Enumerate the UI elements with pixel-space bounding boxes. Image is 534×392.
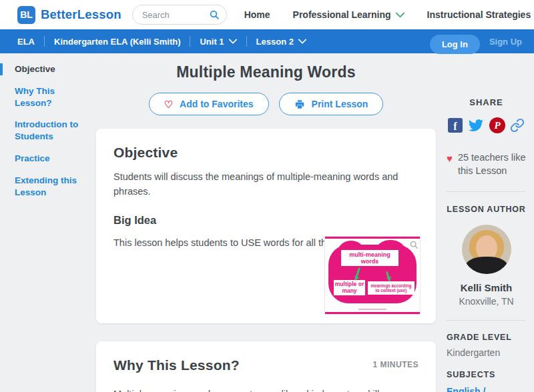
breadcrumb-course[interactable]: Kindergarten ELA (Kelli Smith) (54, 37, 180, 47)
breadcrumb-bar: ELA Kindergarten ELA (Kelli Smith) Unit … (0, 29, 534, 53)
breadcrumb-separator (246, 36, 247, 47)
breadcrumb-separator (44, 36, 45, 47)
chevron-down-icon (229, 39, 237, 44)
auth-buttons: Log In Sign Up (430, 29, 525, 54)
subject-link-ela[interactable]: English / Language Arts (447, 385, 526, 392)
lesson-image-wrap: multi-meaning words multiple or many mea… (325, 237, 420, 314)
subjects-heading: SUBJECTS (447, 370, 526, 379)
betterlesson-logo[interactable]: BL BetterLesson (17, 6, 121, 24)
nav-instructional-strategies[interactable]: Instructional Strategies (427, 9, 531, 20)
heart-icon: ♥ (447, 151, 453, 178)
grade-level-value: Kindergarten (447, 347, 526, 358)
why-heading: Why This Lesson? (113, 357, 240, 373)
author-name: Kelli Smith (447, 282, 526, 293)
share-heading: SHARE (447, 97, 526, 107)
zoom-magnifier-icon[interactable] (409, 240, 419, 249)
chevron-down-icon (298, 39, 306, 44)
lesson-meta-sidebar: SHARE f P ♥ 25 teachers like this Lesson… (439, 53, 534, 392)
nav-professional-learning[interactable]: Professional Learning (293, 9, 405, 20)
breadcrumb-lesson-label: Lesson 2 (256, 37, 294, 47)
poster-credit-text (358, 309, 386, 310)
author-location: Knoxville, TN (447, 296, 526, 307)
bl-logo-icon: BL (17, 6, 35, 24)
breadcrumb-ela[interactable]: ELA (17, 37, 35, 47)
logo-text: BetterLesson (41, 7, 121, 22)
breadcrumb-separator (190, 36, 190, 47)
add-to-favorites-label: Add to Favorites (180, 99, 253, 109)
search-box[interactable] (132, 5, 227, 25)
objective-heading: Objective (113, 145, 419, 161)
page-title: Multiple Meaning Words (96, 63, 436, 81)
nav-home[interactable]: Home (244, 9, 270, 20)
objective-text: Students will discuss the meanings of mu… (113, 169, 400, 199)
divider (447, 191, 526, 192)
poster-left-box: multiple or many (334, 280, 365, 295)
sidebar-item-why-this-lesson[interactable]: Why This Lesson? (0, 85, 93, 109)
nav-professional-learning-label: Professional Learning (293, 9, 391, 20)
big-idea-heading: Big Idea (113, 214, 419, 227)
sidebar-item-introduction[interactable]: Introduction to Students (0, 119, 93, 143)
log-in-button[interactable]: Log In (430, 35, 480, 54)
lesson-author-heading: LESSON AUTHOR (447, 205, 526, 214)
chevron-down-icon (396, 12, 405, 18)
search-input[interactable] (142, 10, 209, 20)
nav-instructional-strategies-label: Instructional Strategies (427, 9, 531, 20)
sign-up-button[interactable]: Sign Up (489, 37, 525, 47)
duration-badge: 1 MINUTES (372, 360, 419, 369)
breadcrumb-lesson-dropdown[interactable]: Lesson 2 (256, 37, 306, 47)
objective-card: Objective Students will discuss the mean… (96, 129, 436, 323)
top-navbar: BL BetterLesson Home Professional Learni… (0, 0, 534, 29)
social-share-row: f P (447, 117, 526, 133)
main-column: Multiple Meaning Words ♡ Add to Favorite… (93, 53, 439, 392)
search-icon[interactable] (209, 9, 220, 20)
print-lesson-label: Print Lesson (312, 99, 368, 109)
multi-meaning-words-image[interactable]: multi-meaning words multiple or many mea… (325, 237, 420, 314)
poster-top-box: multi-meaning words (341, 250, 398, 266)
likes-text: 25 teachers like this Lesson (458, 151, 526, 178)
twitter-icon[interactable] (467, 118, 485, 133)
printer-icon (294, 99, 305, 109)
pinterest-icon[interactable]: P (489, 117, 505, 133)
grade-level-heading: GRADE LEVEL (447, 333, 526, 342)
page-content: Objective Why This Lesson? Introduction … (0, 53, 534, 392)
poster-right-box: meanings according to context (use) (368, 281, 415, 295)
sidebar-item-extending[interactable]: Extending this Lesson (0, 175, 93, 199)
heart-outline-icon: ♡ (164, 99, 173, 109)
print-lesson-button[interactable]: Print Lesson (279, 93, 384, 115)
add-to-favorites-button[interactable]: ♡ Add to Favorites (149, 93, 269, 115)
sidebar-item-practice[interactable]: Practice (0, 153, 93, 165)
author-avatar[interactable] (462, 225, 511, 274)
breadcrumb-unit-label: Unit 1 (200, 37, 224, 47)
sidebar-item-objective[interactable]: Objective (0, 63, 93, 75)
why-this-lesson-card: Why This Lesson? 1 MINUTES Multiple mean… (96, 341, 436, 392)
breadcrumb-unit-dropdown[interactable]: Unit 1 (200, 37, 236, 47)
action-buttons: ♡ Add to Favorites Print Lesson (96, 93, 436, 115)
why-text: Multiple meaning words may not seem like… (113, 387, 419, 392)
nav-links: Home Professional Learning Instructional… (244, 9, 534, 20)
facebook-icon[interactable]: f (448, 118, 463, 133)
divider (447, 320, 526, 321)
why-card-header: Why This Lesson? 1 MINUTES (113, 357, 419, 373)
avatar-body (466, 257, 507, 274)
likes-count: ♥ 25 teachers like this Lesson (447, 151, 526, 178)
link-icon[interactable] (510, 118, 525, 133)
lesson-section-nav: Objective Why This Lesson? Introduction … (0, 53, 93, 392)
nav-home-label: Home (244, 9, 270, 20)
